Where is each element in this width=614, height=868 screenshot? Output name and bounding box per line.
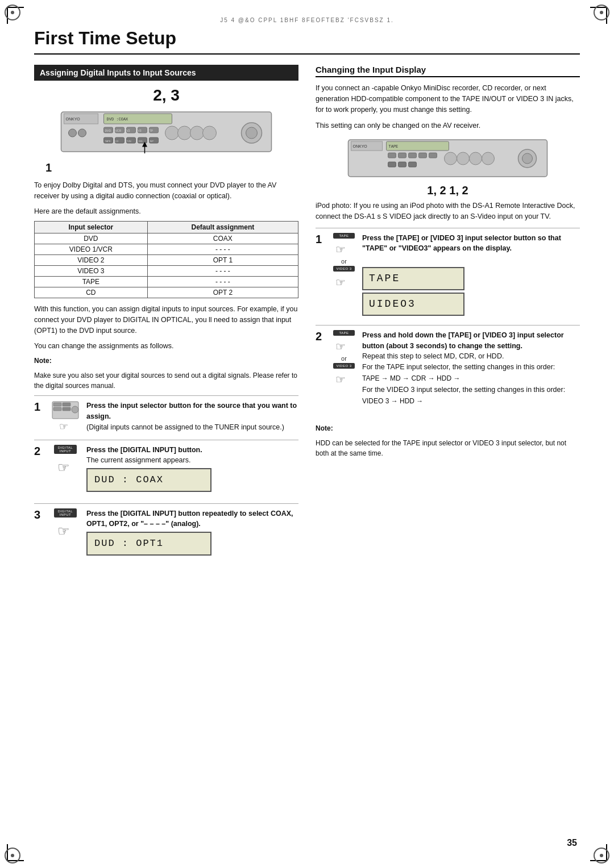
step-row-2: 2 DIGITALINPUT ☞ Press the [DIGITAL INPU…: [34, 445, 298, 496]
svg-text:ONKYO: ONKYO: [66, 117, 81, 121]
left-body1: To enjoy Dolby Digital and DTS, you must…: [34, 180, 298, 202]
left-note-label: Note:: [34, 356, 298, 366]
step-divider-2: [34, 440, 298, 440]
svg-rect-55: [388, 162, 396, 167]
svg-point-32: [203, 126, 217, 140]
right-step-label: 1, 2 1, 2: [316, 184, 580, 197]
step-1-icons: ☞: [51, 400, 80, 432]
table-row: VIDEO 3- - - -: [35, 266, 298, 277]
svg-text:☞: ☞: [335, 373, 346, 386]
svg-rect-36: [53, 407, 61, 411]
svg-text:☞: ☞: [335, 276, 346, 289]
right-column: Changing the Input Display If you connec…: [316, 65, 580, 567]
right-step-divider-2: [316, 325, 580, 326]
right-note-label: Note:: [316, 423, 580, 433]
svg-rect-53: [419, 153, 427, 158]
right-receiver-diagram: ONKYO TAPE: [316, 137, 580, 184]
table-row: TAPE- - - -: [35, 277, 298, 287]
svg-text:V3: V3: [138, 129, 142, 132]
left-body4: You can change the assignments as follow…: [34, 341, 298, 352]
svg-text:☞: ☞: [335, 243, 346, 256]
svg-text:CD: CD: [115, 140, 119, 143]
step-num-1: 1: [34, 400, 44, 414]
svg-text:TAPE: TAPE: [389, 144, 399, 149]
table-row: VIDEO 2OPT 1: [35, 255, 298, 266]
svg-point-29: [165, 126, 179, 140]
svg-text:V2: V2: [127, 129, 130, 132]
header-bar: J5 4 @&O CPPL 1BHF 8FEOFTEBZ 'FCSVBSZ 1.: [34, 17, 580, 23]
right-note-text: HDD can be selected for the TAPE input s…: [316, 438, 580, 458]
svg-point-60: [470, 152, 482, 165]
step-divider-3: [34, 503, 298, 504]
svg-rect-50: [388, 153, 396, 158]
diagram-label-1: 1: [45, 161, 298, 174]
table-cell: VIDEO 3: [35, 266, 148, 277]
lcd-display-2: DUD : COAX: [86, 468, 211, 492]
right-step-2-content: Press and hold down the [TAPE] or [VIDEO…: [362, 330, 580, 408]
left-note-text: Make sure you also set your digital sour…: [34, 370, 298, 391]
svg-point-58: [445, 152, 457, 165]
right-body1: If you connect an -capable Onkyo MiniDis…: [316, 83, 580, 115]
step-num-2: 2: [34, 445, 44, 458]
svg-text:VCR: VCR: [115, 129, 122, 132]
svg-text:TUN: TUN: [127, 140, 131, 143]
reg-mark-br: [594, 848, 609, 863]
svg-point-59: [457, 152, 470, 165]
svg-point-31: [190, 126, 204, 140]
svg-point-39: [72, 406, 78, 413]
right-step-divider-1: [316, 228, 580, 228]
svg-text:TP: TP: [150, 129, 154, 132]
reg-mark-tl: [5, 5, 20, 20]
svg-point-30: [178, 126, 192, 140]
svg-rect-38: [63, 407, 70, 411]
svg-text:☞: ☞: [335, 340, 346, 353]
step-3-content: Press the [DIGITAL INPUT] button repeate…: [86, 508, 298, 560]
right-step-row-1: 1 TAPE ☞ or VIDEO 3 ☞ Press the [TAPE] o…: [316, 233, 580, 318]
tape-lcd: TAPE: [362, 267, 464, 290]
reg-mark-bl: [5, 848, 20, 863]
table-cell: COAX: [147, 233, 298, 244]
reg-mark-tr: [594, 5, 609, 20]
left-section-header: Assigning Digital Inputs to Input Source…: [34, 65, 298, 81]
table-cell: - - - -: [147, 277, 298, 287]
svg-point-8: [78, 129, 86, 137]
svg-rect-56: [399, 162, 406, 167]
step-row-3: 3 DIGITALINPUT ☞ Press the [DIGITAL INPU…: [34, 508, 298, 560]
left-body3: With this function, you can assign digit…: [34, 304, 298, 336]
lcd-display-3: DUD : OPT1: [86, 532, 211, 556]
ipod-text: iPod photo: If you re using an iPod phot…: [316, 201, 580, 222]
svg-point-49: [522, 153, 533, 164]
main-content: Assigning Digital Inputs to Input Source…: [34, 65, 580, 567]
svg-text:DVD: DVD: [105, 129, 111, 132]
svg-rect-37: [63, 403, 70, 406]
table-header-input: Input selector: [35, 222, 148, 233]
table-row: DVDCOAX: [35, 233, 298, 244]
svg-rect-57: [409, 162, 417, 167]
flow-arrow-2: VIDEO 3 → HDD →: [362, 397, 423, 405]
table-cell: - - - -: [147, 266, 298, 277]
table-cell: - - - -: [147, 244, 298, 255]
right-step-1-icons: TAPE ☞ or VIDEO 3 ☞: [331, 233, 356, 290]
step-2-icons: DIGITALINPUT ☞: [51, 445, 80, 477]
flow-arrow-1: TAPE → MD → CDR → HDD →: [362, 374, 460, 382]
step-row-1: 1 ☞ Press the input selector button for …: [34, 400, 298, 432]
table-header-default: Default assignment: [147, 222, 298, 233]
right-step-row-2: 2 TAPE ☞ or VIDEO 3 ☞ Press and hold dow…: [316, 330, 580, 408]
svg-text:☞: ☞: [57, 523, 70, 539]
svg-point-61: [482, 152, 495, 165]
table-cell: DVD: [35, 233, 148, 244]
page-title: First Time Setup: [34, 28, 580, 55]
svg-text:DVD    :COAX: DVD :COAX: [107, 117, 129, 122]
svg-text:TAPE: TAPE: [105, 140, 111, 143]
svg-text:ONKYO: ONKYO: [353, 144, 368, 148]
right-step-1-content: Press the [TAPE] or [VIDEO 3] input sele…: [362, 233, 580, 318]
svg-text:☞: ☞: [59, 421, 68, 432]
table-cell: VIDEO 2: [35, 255, 148, 266]
right-body2: This setting can only be changed on the …: [316, 120, 580, 131]
receiver-diagram: ONKYO DVD :COAX DVD VCR V2 V3: [34, 109, 298, 159]
svg-rect-35: [53, 403, 61, 406]
table-cell: CD: [35, 287, 148, 298]
svg-text:DIG: DIG: [139, 140, 143, 143]
table-row: CDOPT 2: [35, 287, 298, 298]
right-step-2-icons: TAPE ☞ or VIDEO 3 ☞: [331, 330, 356, 387]
